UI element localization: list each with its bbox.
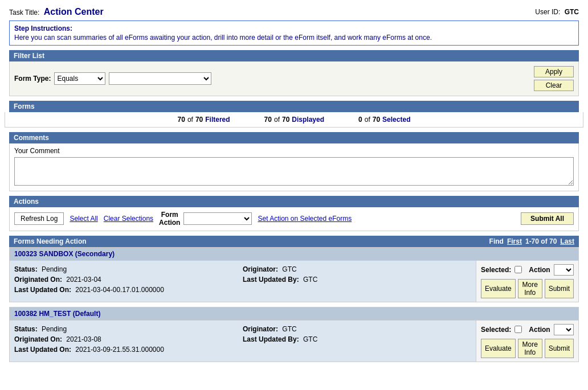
- status-val: Pending: [42, 325, 67, 333]
- last-updated-on-row: Last Updated On: 2021-03-04-00.17.01.000…: [14, 286, 243, 294]
- user-id-area: User ID: GTC: [535, 8, 579, 16]
- form-item-details: Status: Pending Originator: GTC Originat…: [10, 321, 476, 362]
- of-2: of: [274, 116, 280, 124]
- forms-header: Forms: [9, 101, 579, 112]
- form-item-body: Status: Pending Originator: GTC Originat…: [9, 321, 579, 362]
- last-updated-on-row: Last Updated On: 2021-03-09-21.55.31.000…: [14, 346, 243, 354]
- user-id-value: GTC: [565, 8, 579, 16]
- originated-on-val: 2021-03-08: [66, 335, 101, 343]
- originator-label: Originator:: [243, 325, 278, 333]
- selected-row: Selected: Action: [481, 324, 574, 335]
- evaluate-button[interactable]: Evaluate: [481, 279, 516, 298]
- filtered-stat: 70 of 70 Filtered: [178, 116, 230, 124]
- last-updated-on-val: 2021-03-04-00.17.01.000000: [75, 286, 164, 294]
- originator-row: Originator: GTC: [243, 325, 471, 333]
- comments-header: Comments: [9, 132, 579, 143]
- displayed-count: 70: [264, 116, 272, 124]
- last-updated-on-label: Last Updated On:: [14, 286, 71, 294]
- filter-row: Form Type: Equals Apply Clear: [14, 66, 574, 91]
- filter-right: Apply Clear: [534, 66, 574, 91]
- refresh-log-button[interactable]: Refresh Log: [14, 212, 64, 225]
- step-instructions-title: Step Instructions:: [14, 24, 574, 32]
- last-updated-by-row: Last Updated By: GTC: [243, 276, 471, 284]
- forms-stats: 70 of 70 Filtered 70 of 70 Displayed 0 o…: [5, 112, 583, 128]
- form-action-area: Form Action: [159, 211, 252, 227]
- select-all-link[interactable]: Select All: [70, 215, 97, 223]
- action-select[interactable]: [554, 324, 574, 335]
- set-action-link[interactable]: Set Action on Selected eForms: [258, 215, 352, 223]
- status-row: Status: Pending: [14, 325, 243, 333]
- last-updated-by-row: Last Updated By: GTC: [243, 335, 471, 343]
- task-title-value: Action Center: [44, 7, 104, 17]
- forms-needing-action-title: Forms Needing Action: [14, 237, 87, 245]
- selected-checkbox[interactable]: [514, 266, 522, 273]
- form-item-body: Status: Pending Originator: GTC Originat…: [9, 261, 579, 302]
- selected-stat: 0 of 70 Selected: [358, 116, 410, 124]
- equals-select[interactable]: Equals: [54, 72, 105, 85]
- action-label: Action: [529, 266, 550, 274]
- comment-textarea[interactable]: [14, 157, 574, 186]
- form-item-form-2: 100382 HM_TEST (Default) Status: Pending…: [9, 307, 579, 362]
- forms-needing-action-header: Forms Needing Action Find First 1-70 of …: [9, 236, 579, 247]
- form-item-right: Selected: Action Evaluate More Info Subm…: [476, 261, 578, 302]
- selected-count: 0: [358, 116, 362, 124]
- clear-selections-link[interactable]: Clear Selections: [104, 215, 153, 223]
- filtered-count: 70: [178, 116, 185, 124]
- form-items-container: 100323 SANDBOX (Secondary) Status: Pendi…: [5, 247, 583, 362]
- selected-row: Selected: Action: [481, 264, 574, 276]
- last-updated-by-val: GTC: [303, 276, 317, 284]
- status-label: Status:: [14, 265, 38, 273]
- evaluate-button[interactable]: Evaluate: [481, 339, 516, 358]
- displayed-stat: 70 of 70 Displayed: [264, 116, 324, 124]
- formtype-select[interactable]: [109, 72, 211, 85]
- find-nav: Find First 1-70 of 70 Last: [489, 237, 574, 245]
- submit-form-button[interactable]: Submit: [545, 279, 574, 298]
- nav-range: 1-70 of 70: [525, 237, 557, 245]
- form-item-form-1: 100323 SANDBOX (Secondary) Status: Pendi…: [9, 247, 579, 302]
- submit-form-button[interactable]: Submit: [545, 339, 574, 358]
- action-select[interactable]: [554, 264, 574, 276]
- more-info-button[interactable]: More Info: [518, 279, 542, 298]
- nav-first-link[interactable]: First: [507, 237, 522, 245]
- originator-val: GTC: [282, 265, 296, 273]
- form-item-title: 100323 SANDBOX (Secondary): [9, 247, 579, 261]
- last-updated-by-label: Last Updated By:: [243, 335, 299, 343]
- submit-all-button[interactable]: Submit All: [521, 212, 574, 225]
- nav-last-link[interactable]: Last: [560, 237, 574, 245]
- displayed-total: 70: [282, 116, 289, 124]
- apply-button[interactable]: Apply: [534, 66, 574, 77]
- originated-on-label: Originated On:: [14, 335, 62, 343]
- page-wrapper: Task Title: Action Center User ID: GTC S…: [0, 0, 588, 390]
- status-label: Status:: [14, 325, 38, 333]
- task-header: Task Title: Action Center User ID: GTC: [5, 5, 583, 20]
- details-grid: Status: Pending Originator: GTC Originat…: [14, 265, 471, 294]
- more-info-button[interactable]: More Info: [518, 339, 542, 358]
- btn-row: Evaluate More Info Submit: [481, 279, 574, 298]
- originated-on-row: Originated On: 2021-03-08: [14, 335, 243, 343]
- form-item-details: Status: Pending Originator: GTC Originat…: [10, 261, 476, 302]
- last-updated-by-label: Last Updated By:: [243, 276, 299, 284]
- last-updated-by-val: GTC: [303, 335, 317, 343]
- selected-label: Selected: [382, 116, 410, 124]
- filter-list-header: Filter List: [9, 50, 579, 61]
- originated-on-label: Originated On:: [14, 276, 62, 284]
- task-title-label: Task Title:: [9, 9, 39, 17]
- user-id-label: User ID:: [535, 8, 560, 16]
- status-row: Status: Pending: [14, 265, 243, 273]
- selected-checkbox[interactable]: [514, 326, 522, 333]
- step-instructions-text: Here you can scan summaries of all eForm…: [14, 34, 574, 42]
- form-item-title: 100382 HM_TEST (Default): [9, 307, 579, 321]
- displayed-label: Displayed: [292, 116, 324, 124]
- of-3: of: [365, 116, 370, 124]
- originated-on-val: 2021-03-04: [66, 276, 101, 284]
- filter-list-section: Form Type: Equals Apply Clear: [9, 61, 579, 96]
- selected-label: Selected:: [481, 266, 511, 274]
- task-title-area: Task Title: Action Center: [9, 7, 104, 17]
- last-updated-on-val: 2021-03-09-21.55.31.000000: [75, 346, 164, 354]
- step-instructions-box: Step Instructions: Here you can scan sum…: [9, 20, 579, 46]
- clear-button[interactable]: Clear: [534, 80, 574, 91]
- form-action-select[interactable]: [183, 212, 252, 225]
- filter-left: Form Type: Equals: [14, 72, 211, 85]
- action-label: Action: [529, 326, 550, 334]
- selected-label: Selected:: [481, 326, 511, 334]
